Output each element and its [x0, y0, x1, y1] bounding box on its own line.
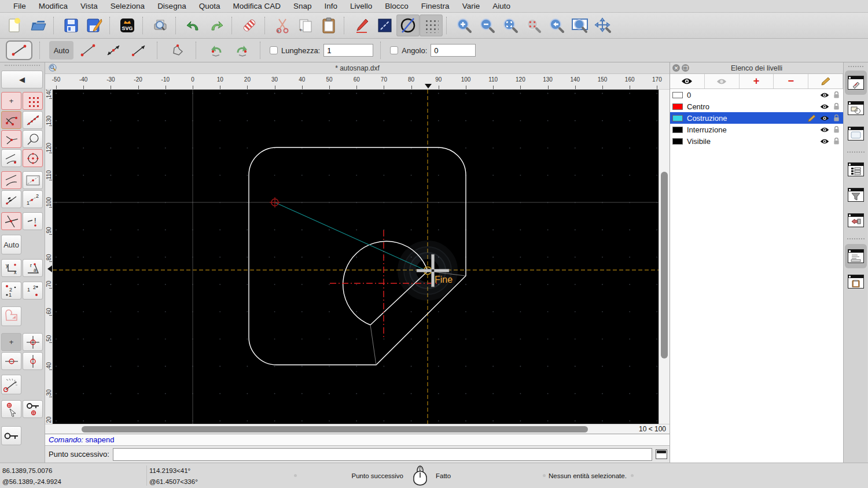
restrict-horizontal-button[interactable]: [1, 352, 21, 370]
paste-button[interactable]: [317, 14, 340, 36]
remove-layer-button[interactable]: −: [774, 74, 808, 88]
snap-distance-button[interactable]: [1, 190, 21, 208]
polyline-button[interactable]: [167, 41, 189, 60]
snap-grid-button[interactable]: [23, 92, 43, 110]
zoom-window-button[interactable]: [568, 14, 591, 36]
menu-item-snap[interactable]: Snap: [287, 0, 318, 13]
menu-item-modifica[interactable]: Modifica: [32, 0, 74, 13]
grid-toggle-button[interactable]: [420, 14, 443, 36]
detach-panel-icon[interactable]: ❐: [682, 64, 689, 72]
menu-item-varie[interactable]: Varie: [456, 0, 487, 13]
menu-item-modifica-cad[interactable]: Modifica CAD: [226, 0, 287, 13]
snap-middle-button[interactable]: [1, 149, 21, 167]
list-window-button[interactable]: [845, 157, 867, 182]
pen-window-button[interactable]: [845, 71, 867, 95]
menu-item-aiuto[interactable]: Aiuto: [486, 0, 517, 13]
layer-row-visibile[interactable]: Visibile: [670, 135, 843, 147]
undo-button[interactable]: [182, 14, 205, 36]
set-relative-zero-button[interactable]: [1, 400, 21, 418]
snap-distance-manual-button[interactable]: 12: [23, 190, 43, 208]
horizontal-scrollbar[interactable]: 10 < 100: [45, 424, 670, 434]
menu-item-seleziona[interactable]: Seleziona: [104, 0, 151, 13]
clipboard-window-button[interactable]: [845, 269, 867, 294]
select-contour-button[interactable]: [1, 306, 21, 326]
angle-input[interactable]: [431, 44, 476, 57]
shapes-window-button[interactable]: [845, 96, 867, 120]
lock-relative-zero-button[interactable]: [23, 400, 43, 418]
cut-button[interactable]: +: [271, 14, 294, 36]
zoom-in-button[interactable]: [453, 14, 476, 36]
pen-edit-button[interactable]: [350, 14, 373, 36]
snap-tangent-button[interactable]: [1, 171, 21, 189]
blank-window-button[interactable]: [845, 121, 867, 146]
export-svg-button[interactable]: SVG: [116, 14, 139, 36]
snap-reference-button[interactable]: [23, 171, 43, 189]
show-all-layers-button[interactable]: [670, 74, 705, 88]
snap-intersection-button[interactable]: [1, 130, 21, 148]
undo-segment-button[interactable]: [205, 41, 227, 60]
restrict-nothing-snap-button[interactable]: !: [23, 212, 43, 230]
ellipse-tool-button[interactable]: [396, 14, 420, 36]
line-two-points-button[interactable]: [77, 41, 99, 60]
restrict-nothing-button[interactable]: +: [1, 333, 21, 351]
collapse-toolbar-button[interactable]: ◀: [1, 71, 43, 88]
layer-row-interruzione[interactable]: Interruzione: [670, 124, 843, 135]
zoom-out-button[interactable]: [476, 14, 499, 36]
horizontal-scrollbar-thumb[interactable]: [82, 426, 588, 432]
layer-row-0[interactable]: 0: [670, 89, 843, 101]
snap-auto-button[interactable]: Auto: [1, 235, 21, 254]
save-as-button[interactable]: [83, 14, 106, 36]
menu-item-finestra[interactable]: Finestra: [415, 0, 456, 13]
lock-button[interactable]: [1, 426, 21, 445]
menu-item-disegna[interactable]: Disegna: [151, 0, 193, 13]
menu-item-file[interactable]: File: [7, 0, 32, 13]
snap-center-button[interactable]: [23, 149, 43, 167]
length-input[interactable]: [323, 44, 373, 57]
save-button[interactable]: [60, 14, 83, 36]
command-window-button[interactable]: [845, 244, 867, 268]
snap-on-entity-button[interactable]: [23, 111, 43, 129]
menu-item-livello[interactable]: Livello: [344, 0, 378, 13]
line-both-directions-button[interactable]: [102, 41, 124, 60]
relative-point-button-2[interactable]: 12: [23, 282, 43, 300]
filter-window-button[interactable]: [845, 183, 867, 207]
open-file-button[interactable]: [27, 14, 50, 36]
command-dock-toggle-icon[interactable]: [656, 449, 667, 459]
coordinate-cartesian-button[interactable]: yx: [1, 259, 21, 277]
edit-layer-button[interactable]: [808, 74, 843, 88]
zoom-previous-button[interactable]: [545, 14, 568, 36]
relative-point-button-1[interactable]: 21: [1, 282, 21, 300]
line-one-direction-button[interactable]: [128, 41, 150, 60]
menu-item-vista[interactable]: Vista: [74, 0, 104, 13]
layer-row-centro[interactable]: Centro: [670, 101, 843, 112]
line-tool-button[interactable]: [373, 14, 396, 36]
menu-item-info[interactable]: Info: [318, 0, 344, 13]
command-input[interactable]: [113, 448, 652, 461]
hide-all-layers-button[interactable]: [705, 74, 740, 88]
vertical-scrollbar[interactable]: [659, 90, 670, 424]
new-file-button[interactable]: [3, 14, 27, 36]
coordinate-polar-button[interactable]: ra: [23, 259, 43, 277]
vertical-scrollbar-thumb[interactable]: [661, 172, 668, 358]
print-preview-button[interactable]: [149, 14, 172, 36]
snap-free-button[interactable]: +: [1, 92, 21, 110]
menu-item-blocco[interactable]: Blocco: [378, 0, 415, 13]
pan-button[interactable]: [591, 14, 615, 36]
layer-row-costruzione[interactable]: Costruzione: [670, 112, 843, 124]
zoom-auto-button[interactable]: [499, 14, 522, 36]
restrict-orthogonal-button[interactable]: [23, 333, 43, 351]
length-checkbox[interactable]: [270, 46, 278, 54]
redo-button[interactable]: [205, 14, 228, 36]
zoom-selection-button[interactable]: [522, 14, 545, 36]
angle-gauge-button[interactable]: [1, 375, 21, 394]
snap-on-circle-button[interactable]: [23, 130, 43, 148]
snap-endpoint-button[interactable]: [1, 111, 21, 129]
menu-item-quota[interactable]: Quota: [193, 0, 227, 13]
snap-auto-toggle[interactable]: Auto: [49, 41, 73, 60]
redo-segment-button[interactable]: [231, 41, 253, 60]
eraser-button[interactable]: [238, 14, 261, 36]
close-panel-icon[interactable]: ✕: [672, 64, 680, 72]
block-window-button[interactable]: [845, 208, 867, 232]
add-layer-button[interactable]: +: [740, 74, 774, 88]
snap-intersection-manual-button[interactable]: [1, 212, 21, 230]
